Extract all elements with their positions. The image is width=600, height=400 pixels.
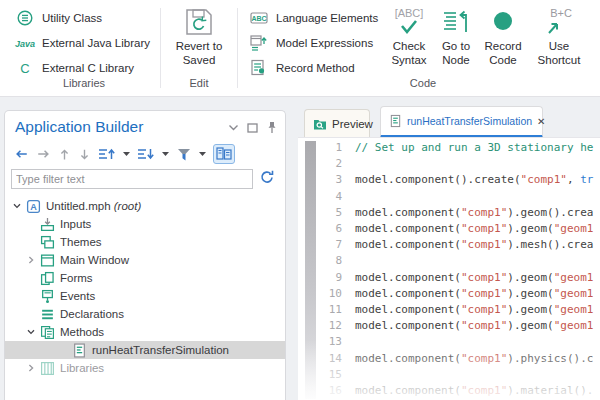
external-java-library-label: External Java Library — [42, 37, 150, 49]
filter-caret-icon[interactable] — [199, 152, 206, 156]
revert-to-saved-label: Revert to Saved — [169, 40, 229, 68]
tab-method[interactable]: runHeatTransferSimulation ✕ — [380, 106, 543, 138]
filter-input[interactable] — [11, 169, 253, 189]
record-code-label: Record Code — [480, 40, 526, 68]
events-icon — [39, 289, 55, 304]
code-line[interactable]: model.component("comp1").mesh().crea — [355, 238, 593, 251]
tree-item-events[interactable]: Events — [5, 287, 285, 305]
collapse-list-button[interactable] — [137, 146, 155, 162]
application-builder-panel: Application Builder AUntitled.mph (root)… — [4, 110, 286, 400]
preview-icon — [313, 117, 327, 131]
language-elements-label: Language Elements — [276, 12, 378, 24]
language-elements-button[interactable]: ABC Language Elements — [246, 7, 378, 29]
code-group-label: Code — [246, 77, 600, 89]
tree-item-label: runHeatTransferSimulation — [92, 344, 229, 356]
model-expressions-icon — [246, 34, 272, 52]
external-c-library-button[interactable]: C External C Library — [12, 57, 134, 79]
utility-class-label: Utility Class — [42, 12, 102, 24]
line-number: 15 — [318, 368, 342, 381]
inputs-icon — [39, 217, 55, 232]
utility-class-button[interactable]: Utility Class — [12, 7, 102, 29]
expand-list-caret-icon[interactable] — [123, 152, 130, 156]
line-number: 4 — [318, 190, 342, 203]
collapse-list-caret-icon[interactable] — [162, 152, 169, 156]
code-line[interactable]: model.component("comp1").geom().crea — [355, 206, 593, 219]
chevron-collapsed-icon[interactable] — [23, 255, 39, 265]
app-tree: AUntitled.mph (root)InputsThemesMain Win… — [5, 197, 285, 377]
java-icon: Java — [12, 36, 38, 50]
chevron-collapsed-icon[interactable] — [23, 363, 39, 373]
code-line[interactable]: model.component("comp1").geom("geom1 — [355, 222, 593, 235]
code-line[interactable]: model.component("comp1").material(). — [355, 384, 593, 397]
line-number: 9 — [318, 271, 342, 284]
libraries-icon — [39, 361, 55, 376]
filter-button[interactable] — [176, 147, 192, 162]
declarations-icon — [39, 307, 55, 322]
code-line[interactable]: model.component().create("comp1", tr — [355, 173, 593, 186]
move-down-button[interactable] — [78, 147, 91, 162]
external-java-library-button[interactable]: Java External Java Library — [12, 32, 150, 54]
tree-item-label: Methods — [60, 326, 104, 338]
record-code-icon — [487, 4, 519, 40]
revert-to-saved-button[interactable]: Revert to Saved — [169, 4, 229, 68]
tree-item-inputs[interactable]: Inputs — [5, 215, 285, 233]
show-node-names-toggle[interactable] — [213, 144, 235, 164]
line-number: 10 — [318, 287, 342, 300]
themes-icon — [39, 235, 55, 250]
tree-item-untitled-mph[interactable]: AUntitled.mph (root) — [5, 197, 285, 215]
tree-item-label: Main Window — [60, 254, 129, 266]
go-to-node-icon — [439, 4, 473, 40]
group-separator — [160, 8, 161, 88]
panel-menu-chevron-icon[interactable] — [229, 125, 238, 131]
app-root-icon: A — [25, 199, 41, 214]
tab-preview[interactable]: Preview — [304, 109, 370, 137]
move-up-button[interactable] — [58, 147, 71, 162]
tree-item-declarations[interactable]: Declarations — [5, 305, 285, 323]
edit-group-label: Edit — [169, 77, 229, 89]
tree-item-label: Themes — [60, 236, 102, 248]
tree-item-runheattransfersimulation[interactable]: runHeatTransferSimulation — [5, 341, 285, 359]
use-shortcut-button[interactable]: B+C Use Shortcut — [530, 4, 588, 68]
svg-text:ABC: ABC — [251, 15, 266, 22]
go-to-node-button[interactable]: Go to Node — [434, 4, 478, 68]
code-line[interactable]: model.component("comp1").physics().c — [355, 352, 593, 365]
panel-float-icon[interactable] — [247, 123, 258, 133]
code-editor[interactable]: 1// Set up and run a 3D stationary he23m… — [298, 137, 600, 400]
tree-item-themes[interactable]: Themes — [5, 233, 285, 251]
close-icon[interactable]: ✕ — [537, 116, 545, 127]
line-number: 16 — [318, 384, 342, 397]
code-line[interactable]: model.component("comp1").geom("geom1 — [355, 319, 593, 332]
svg-text:B+C: B+C — [550, 7, 572, 19]
line-number: 13 — [318, 335, 342, 348]
panel-pin-icon[interactable] — [267, 121, 277, 134]
svg-text:[ABC]: [ABC] — [395, 7, 424, 19]
code-line[interactable]: model.component("comp1").geom("geom1 — [355, 287, 593, 300]
tree-item-main-window[interactable]: Main Window — [5, 251, 285, 269]
code-line[interactable]: // Set up and run a 3D stationary he — [355, 141, 593, 154]
nav-forward-button[interactable] — [36, 147, 51, 161]
code-line[interactable]: model.component("comp1").geom("geom1 — [355, 271, 593, 284]
breakpoint-gutter[interactable] — [305, 141, 316, 399]
chevron-expanded-icon[interactable] — [23, 327, 39, 337]
tree-item-forms[interactable]: Forms — [5, 269, 285, 287]
tree-item-methods[interactable]: Methods — [5, 323, 285, 341]
c-icon: C — [12, 60, 38, 76]
model-expressions-button[interactable]: Model Expressions — [246, 32, 373, 54]
tree-item-label: Events — [60, 290, 95, 302]
record-method-button[interactable]: Record Method — [246, 57, 355, 79]
expand-list-button[interactable] — [98, 146, 116, 162]
record-method-label: Record Method — [276, 62, 355, 74]
tree-item-label: Declarations — [60, 308, 124, 320]
line-number: 3 — [318, 173, 342, 186]
record-code-button[interactable]: Record Code — [480, 4, 526, 68]
chevron-expanded-icon[interactable] — [9, 201, 25, 211]
nav-back-button[interactable] — [14, 147, 29, 161]
check-syntax-label: Check Syntax — [386, 40, 432, 68]
code-line[interactable]: model.component("comp1").geom("geom1 — [355, 303, 593, 316]
line-number: 14 — [318, 352, 342, 365]
line-number: 8 — [318, 254, 342, 267]
tree-item-libraries[interactable]: Libraries — [5, 359, 285, 377]
refresh-icon[interactable] — [259, 169, 275, 185]
check-syntax-button[interactable]: [ABC] Check Syntax — [386, 4, 432, 68]
main-window-icon — [39, 253, 55, 268]
